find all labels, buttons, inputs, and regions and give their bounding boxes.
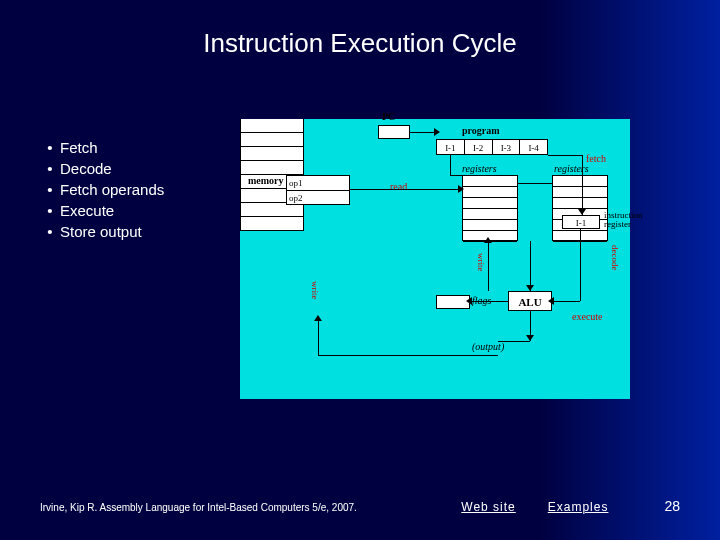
flags-box	[436, 295, 470, 309]
memory-row: op2	[287, 191, 349, 206]
bullet-item: Store output	[40, 223, 240, 240]
instruction-register-label: instruction register	[604, 211, 628, 229]
registers-label: registers	[462, 163, 497, 174]
bullet-item: Decode	[40, 160, 240, 177]
write-label: write	[476, 253, 486, 272]
bullet-item: Fetch	[40, 139, 240, 156]
program-box: I-1 I-2 I-3 I-4	[436, 139, 548, 155]
program-cell: I-4	[520, 140, 547, 154]
memory-row: op1	[287, 176, 349, 191]
examples-link[interactable]: Examples	[548, 500, 609, 514]
program-cell: I-1	[437, 140, 465, 154]
page-number: 28	[664, 498, 680, 514]
program-label: program	[462, 125, 500, 136]
pc-box	[378, 125, 410, 139]
alu-box: ALU	[508, 291, 552, 311]
footer: Irvine, Kip R. Assembly Language for Int…	[0, 498, 720, 514]
registers-label-2: registers	[554, 163, 589, 174]
pc-label: PC	[382, 111, 395, 122]
decode-label: decode	[610, 245, 620, 270]
program-cell: I-2	[465, 140, 493, 154]
program-cell: I-3	[493, 140, 521, 154]
fetch-label: fetch	[586, 153, 606, 164]
memory-label: memory	[248, 175, 284, 186]
write-label: write	[310, 281, 320, 300]
output-label: (output)	[472, 341, 504, 352]
read-label: read	[390, 181, 407, 192]
diagram: PC program I-1 I-2 I-3 I-4 memory op1 op…	[240, 119, 630, 399]
content-area: Fetch Decode Fetch operands Execute Stor…	[0, 119, 720, 399]
instruction-register-box: I-1	[562, 215, 600, 229]
execute-label: execute	[572, 311, 603, 322]
registers-box-1	[462, 175, 518, 241]
bullet-list: Fetch Decode Fetch operands Execute Stor…	[40, 119, 240, 244]
web-site-link[interactable]: Web site	[461, 500, 515, 514]
memory-box: op1 op2	[286, 175, 350, 205]
slide-title: Instruction Execution Cycle	[0, 0, 720, 59]
bullet-item: Fetch operands	[40, 181, 240, 198]
bullet-item: Execute	[40, 202, 240, 219]
footer-citation: Irvine, Kip R. Assembly Language for Int…	[40, 502, 445, 513]
